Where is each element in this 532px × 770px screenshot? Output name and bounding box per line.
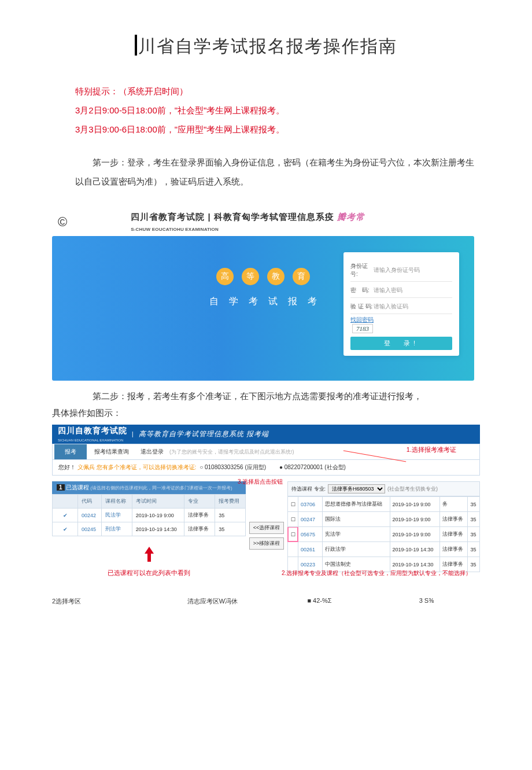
time-line-1: 3月2日9:00-5日18:00前，"社会型"考生网上课程报考。 xyxy=(75,101,480,120)
circle-1: 高 xyxy=(216,268,234,285)
menu-logout[interactable]: 退出登录 xyxy=(135,444,169,459)
captcha-label: 验 证 码: xyxy=(350,303,374,311)
f2-header: 四川自教育考试院 SICHUAN EDUCATIONAL EXAMINATION… xyxy=(52,425,480,444)
captcha-placeholder: 请输入验证码 xyxy=(374,303,408,311)
org-title-main: 四川省教育考试院 | 科教育匈学考轼管理信息系疫 xyxy=(131,212,334,222)
forgot-row: 找回密码 xyxy=(350,316,452,324)
left-section-header: 1已选课程 (请选择右侧的待选课程到此，同一准考证的多门课程请一次一并报考) xyxy=(52,481,246,494)
circle-4: 育 xyxy=(293,268,310,285)
left-sec-hint: (请选择右侧的待选课程到此，同一准考证的多门课程请一次一并报考) xyxy=(90,485,232,491)
figure-1-header: © 四川省教育考试院 | 科教育匈学考轼管理信息系疫 瓣考常 S-CHUW EO… xyxy=(52,208,474,236)
table-row[interactable]: ☐03706思想道德修养与法律基础2019-10-19 9:00务35 xyxy=(288,497,480,512)
body-content: 特别提示：（系统开启时间） 3月2日9:00-5日18:00前，"社会型"考生网… xyxy=(0,82,532,191)
selected-courses-panel: 1已选课程 (请选择右侧的待选课程到此，同一准考证的多门课程请一次一并报考) 代… xyxy=(52,481,246,592)
table-row[interactable]: ☐00247国际法2019-10-19 9:00法律事务35 xyxy=(288,512,480,527)
foot-4: 3 S⅜ xyxy=(373,597,480,606)
login-button[interactable]: 登 录! xyxy=(350,337,452,350)
circle-2: 等 xyxy=(242,268,259,285)
transfer-buttons: 3.选择后点击按钮 <<选择课程 >>移除课程 xyxy=(249,481,284,553)
hello: 您好！ xyxy=(58,464,76,470)
figure-2: 四川自教育考试院 SICHUAN EDUCATIONAL EXAMINATION… xyxy=(52,425,480,592)
captcha-row[interactable]: 验 证 码: 请输入验证码 xyxy=(350,300,452,314)
available-table: ☐03706思想道德修养与法律基础2019-10-19 9:00务35☐0024… xyxy=(287,496,480,572)
col-header: 代码 xyxy=(78,495,102,509)
captcha-img-row: 7183 xyxy=(350,324,452,333)
radio-2[interactable]: ● 082207200001 (社会型) xyxy=(279,464,346,470)
right-label: 待选课程 专业: xyxy=(291,485,326,493)
annotation-3: 3.选择后点击按钮 xyxy=(238,478,283,486)
up-arrow-icon xyxy=(52,536,246,563)
right-section-header: 待选课程 专业: 法律事务H680503 (社会型考生切换专业) xyxy=(287,481,480,496)
left-sec-title: 已选课程 xyxy=(66,484,89,491)
foot-2: 清志应考区W冯休 xyxy=(159,597,266,606)
f2-sublogo: SICHUAN EDUCATIONAL EXAMINATION xyxy=(58,439,123,442)
foot-1: 2选择考区 xyxy=(52,597,159,606)
id-switch-row: 您好！ 义佩兵 您有多个准考证，可以选择切换准考证: ○ 01080330325… xyxy=(52,460,480,476)
captcha-image: 7183 xyxy=(352,324,373,333)
f2-title2: 高等教育自学考试管理信息系统 报考端 xyxy=(139,429,269,439)
menu-result[interactable]: 报考结果查询 xyxy=(88,444,135,459)
left-badge: 1 xyxy=(57,484,65,491)
col-header: 课程名称 xyxy=(101,495,132,509)
col-header: 专业 xyxy=(184,495,215,509)
table-row[interactable]: ✔00245刑法学2019-10-19 14:30法律事务35 xyxy=(53,522,246,536)
warning-line: 特别提示：（系统开启时间） xyxy=(75,82,480,101)
f2-sep: | xyxy=(132,431,134,437)
menu-hint: (为了您的账号安全，请报考完成后及时点此退出系统!) xyxy=(169,448,294,456)
left-red-note: 已选课程可以在此列表中看到 xyxy=(52,563,246,592)
table-row[interactable]: 00261行政法学2019-10-19 14:30法律事务35 xyxy=(288,542,480,557)
pw-label: 密 码: xyxy=(350,286,374,294)
step-1-text: 第一步：登录，考生在登录界面输入身份证信息，密码（在籍考生为身份证号六位，本次新… xyxy=(75,153,480,191)
col-header xyxy=(53,495,78,509)
annotation-2: 2.选择报考专业及课程（社会型可选专业，应用型为默认专业，不能选择） xyxy=(282,569,524,577)
id-row[interactable]: 身份证号: 请输入身份证号码 xyxy=(350,259,452,282)
switch-major-note: (社会型考生切换专业) xyxy=(387,485,438,493)
copyright-icon: © xyxy=(58,215,67,230)
forgot-password-link[interactable]: 找回密码 xyxy=(350,316,374,323)
add-course-button[interactable]: <<选择课程 xyxy=(249,522,284,534)
foot-3: ■ 42-%Σ xyxy=(266,597,373,606)
time-line-2: 3月3日9:00-6日18:00前，"应用型"考生网上课程报考。 xyxy=(75,120,480,139)
col-header: 考试时间 xyxy=(132,495,184,509)
circle-3: 教 xyxy=(267,268,285,285)
id-placeholder: 请输入身份证号码 xyxy=(374,266,420,274)
org-title-pink: 瓣考常 xyxy=(337,212,365,222)
footer-row: 2选择考区 清志应考区W冯休 ■ 42-%Σ 3 S⅜ xyxy=(52,597,480,606)
annotation-1: 1.选择报考准考证 xyxy=(407,445,456,454)
f2-body: 1已选课程 (请选择右侧的待选课程到此，同一准考证的多门课程请一次一并报考) 代… xyxy=(52,481,480,592)
org-subtitle: S-CHUW EOUCATIOHU EXAMINATION xyxy=(131,227,219,232)
radio-1[interactable]: ○ 010803303256 (应用型) xyxy=(200,464,266,470)
title-text: 川省自学考试报名报考操作指南 xyxy=(138,36,397,56)
login-form: 身份证号: 请输入身份证号码 密 码: 请输入密码 验 证 码: 请输入验证码 … xyxy=(343,252,459,356)
body-content-2: 第二步：报考，若考生有多个准考证，在下图示地方点选需要报考的准考证进行报考， xyxy=(0,386,532,406)
id-label: 身份证号: xyxy=(350,262,374,278)
figure-1: © 四川省教育考试院 | 科教育匈学考轼管理信息系疫 瓣考常 S-CHUW EO… xyxy=(52,208,474,381)
step-2-text: 第二步：报考，若考生有多个准考证，在下图示地方点选需要报考的准考证进行报考， xyxy=(75,386,480,406)
f2-logo: 四川自教育考试院 xyxy=(58,426,127,435)
title-divider xyxy=(135,35,137,56)
f2-logo-box: 四川自教育考试院 SICHUAN EDUCATIONAL EXAMINATION xyxy=(58,426,127,443)
org-title: 四川省教育考试院 | 科教育匈学考轼管理信息系疫 瓣考常 S-CHUW EOUC… xyxy=(131,212,365,233)
page-title: 川省自学考试报名报考操作指南 xyxy=(0,0,532,82)
table-row[interactable]: ☐05675宪法学2019-10-19 9:00法律事务35 xyxy=(288,527,480,542)
login-panel: 高 等 教 育 自学考试报考 身份证号: 请输入身份证号码 密 码: 请输入密码… xyxy=(52,236,474,381)
remove-course-button[interactable]: >>移除课程 xyxy=(249,537,284,550)
table-row[interactable]: ✔00242民法学2019-10-19 9:00法律事务35 xyxy=(53,509,246,522)
selected-table: 代码课程名称考试时间专业报考费用 ✔00242民法学2019-10-19 9:0… xyxy=(52,494,246,536)
pw-row[interactable]: 密 码: 请输入密码 xyxy=(350,283,452,298)
f2-menu: 报考 报考结果查询 退出登录 (为了您的账号安全，请报考完成后及时点此退出系统!… xyxy=(52,444,480,460)
user-name: 义佩兵 xyxy=(77,464,95,470)
step-2-note: 具体操作如图示： xyxy=(0,406,532,421)
menu-baokao[interactable]: 报考 xyxy=(54,444,87,459)
available-courses-panel: 待选课程 专业: 法律事务H680503 (社会型考生切换专业) ☐03706思… xyxy=(287,481,480,572)
major-select[interactable]: 法律事务H680503 xyxy=(328,484,385,493)
switch-note: 您有多个准考证，可以选择切换准考证: xyxy=(97,464,197,470)
col-header: 报考费用 xyxy=(215,495,246,509)
pw-placeholder: 请输入密码 xyxy=(374,286,402,294)
